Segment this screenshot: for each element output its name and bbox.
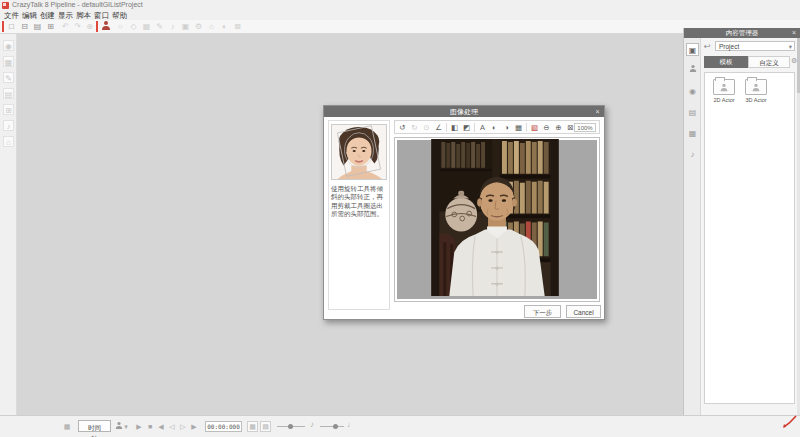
list-item-2d-actor[interactable]: 2D Actor <box>711 79 737 103</box>
dialog-close-icon[interactable]: × <box>593 106 602 117</box>
dialog-title: 图像处理 <box>324 106 604 117</box>
actor-icon[interactable] <box>100 21 111 32</box>
window-title: CrazyTalk 8 Pipeline - defaultGIListProj… <box>12 1 143 8</box>
camera-icon[interactable]: ◇ <box>128 21 139 32</box>
back-icon[interactable]: ↩ <box>704 42 711 51</box>
flip-vertical-icon[interactable]: ◩ <box>461 122 472 133</box>
grid-toggle-icon[interactable]: ▦ <box>62 421 72 432</box>
volume-slider-handle[interactable] <box>333 424 338 429</box>
note-icon: ♪ <box>310 420 314 429</box>
toolbar-separator <box>526 123 527 132</box>
image-layer-icon[interactable]: ▦ <box>141 21 152 32</box>
open-project-icon[interactable]: ⊟ <box>19 21 30 32</box>
project-dropdown-label: Project <box>719 43 739 50</box>
list-item-3d-actor[interactable]: 3D Actor <box>743 79 769 103</box>
portrait-photo <box>431 139 559 296</box>
app-logo-icon <box>2 2 9 9</box>
prev-frame-button[interactable]: ◁ <box>167 421 177 432</box>
crop-icon[interactable]: ▧ <box>529 122 540 133</box>
history-icon[interactable]: ⊕ <box>84 21 95 32</box>
play-button[interactable]: ▶ <box>134 421 144 432</box>
left-tool-column: ◉ ▦ ✎ ▤ ⊞ ♪ ⌂ <box>0 34 17 415</box>
zoom-in-icon[interactable]: ⊕ <box>553 122 564 133</box>
image-process-dialog: 图像处理 × <box>323 105 605 320</box>
item-label: 3D Actor <box>743 97 769 103</box>
man-portrait-illustration <box>431 139 559 296</box>
grid-tool-icon[interactable]: ⊞ <box>3 104 14 115</box>
cancel-button[interactable]: Cancel <box>566 305 601 318</box>
folder-category-icon[interactable]: ▣ <box>686 43 699 56</box>
next-step-button[interactable]: 下一步 <box>524 305 561 318</box>
save-project-icon[interactable]: ▤ <box>32 21 43 32</box>
toolbar-separator <box>446 123 447 132</box>
levels-icon[interactable]: ▦ <box>513 122 524 133</box>
contrast-icon[interactable]: ◑ <box>501 122 512 133</box>
zoom-out-icon[interactable]: ⊖ <box>541 122 552 133</box>
angle-icon[interactable]: ∠ <box>433 122 444 133</box>
dialog-instructions: 使用旋转工具将倾斜的头部转正，再用剪裁工具圈选出所需的头部范围。 <box>331 185 388 219</box>
item-label: 2D Actor <box>711 97 737 103</box>
face-select-chevron-icon[interactable]: ▾ <box>123 421 129 432</box>
animation-category-icon[interactable]: ▤ <box>686 106 699 119</box>
sketch-tool-icon[interactable]: ✎ <box>3 72 14 83</box>
rotate-right-icon[interactable]: ↻ <box>409 122 420 133</box>
toolbar-accent-bar-2 <box>96 21 98 32</box>
project-grid-icon[interactable]: ⊞ <box>45 21 56 32</box>
folder-icon <box>713 79 735 95</box>
media-category-icon[interactable]: ♪ <box>686 148 699 161</box>
flip-horizontal-icon[interactable]: ◧ <box>449 122 460 133</box>
library-tool-icon[interactable]: ▤ <box>3 88 14 99</box>
stop-button[interactable]: ■ <box>145 421 155 432</box>
tab-template[interactable]: 模板 <box>704 56 748 68</box>
keyframe-mode-icon[interactable]: ▤ <box>260 421 271 432</box>
content-manager-close-icon[interactable]: × <box>790 28 798 38</box>
frame-mode-icon[interactable]: ▦ <box>247 421 258 432</box>
content-manager-title: 内容管理器 <box>684 28 800 38</box>
toolbar-accent-bar <box>2 21 4 32</box>
zoom-tool-icon[interactable]: ○ <box>115 21 126 32</box>
export-icon[interactable]: ⊠ <box>232 21 243 32</box>
speed-slider-handle[interactable] <box>288 424 293 429</box>
audio-icon[interactable]: ♪ <box>167 21 178 32</box>
next-frame-button[interactable]: ▷ <box>178 421 188 432</box>
zoom-level-box[interactable]: 100% <box>574 123 596 132</box>
undo-icon[interactable]: ↶ <box>60 21 71 32</box>
head-category-icon[interactable]: ◉ <box>686 85 699 98</box>
time-display: 00:00:000 <box>205 421 242 432</box>
timeline-bar: ▦ 时间轴 ▾ ▶ ■ ◀ ◁ ▷ ▶ ↻ 00:00:000 ▦ ▤ ♪ ♩ <box>0 415 800 437</box>
video-icon[interactable]: ▣ <box>180 21 191 32</box>
background-tool-icon[interactable]: ▦ <box>3 56 14 67</box>
actor-category-icon[interactable] <box>686 64 699 77</box>
speed-slider[interactable] <box>277 426 305 427</box>
new-project-icon[interactable]: □ <box>6 21 17 32</box>
to-start-button[interactable]: ◀ <box>156 421 166 432</box>
redo-icon[interactable]: ↷ <box>72 21 83 32</box>
scene-icon[interactable]: ⌂ <box>206 21 217 32</box>
project-dropdown[interactable]: Project ▾ <box>715 41 795 51</box>
content-category-column: ▣ ◉ ▤ ▦ ♪ <box>684 38 701 415</box>
home-tool-icon[interactable]: ⌂ <box>3 136 14 147</box>
guide-pane: 使用旋转工具将倾斜的头部转正，再用剪裁工具圈选出所需的头部范围。 <box>328 120 390 310</box>
settings-icon[interactable]: ⚙ <box>193 21 204 32</box>
sample-face-image <box>331 124 387 180</box>
menu-bar: 文件 编辑 创建 显示 脚本 窗口 帮助 <box>0 10 800 20</box>
contrast-icon[interactable]: ◐ <box>219 21 230 32</box>
tab-custom[interactable]: 自定义 <box>748 56 790 68</box>
red-pen-mark <box>782 415 798 429</box>
free-rotate-icon[interactable]: ⊙ <box>421 122 432 133</box>
sample-woman-illustration <box>332 125 386 179</box>
toolbar-separator <box>474 123 475 132</box>
draw-icon[interactable]: ✎ <box>154 21 165 32</box>
to-end-button[interactable]: ▶ <box>189 421 199 432</box>
image-canvas[interactable] <box>394 137 600 302</box>
brightness-icon[interactable]: A <box>477 122 488 133</box>
application-window: CrazyTalk 8 Pipeline - defaultGIListProj… <box>0 0 800 437</box>
audio-tool-icon[interactable]: ♪ <box>3 120 14 131</box>
library-category-icon[interactable]: ▦ <box>686 127 699 140</box>
timeline-button[interactable]: 时间轴 <box>78 420 111 432</box>
color-icon[interactable]: ◐ <box>489 122 500 133</box>
face-tool-icon[interactable]: ◉ <box>3 40 14 51</box>
rotate-left-icon[interactable]: ↺ <box>397 122 408 133</box>
volume-slider[interactable] <box>320 426 344 427</box>
content-manager-panel: 内容管理器 × ▣ ◉ ▤ ▦ ♪ ↩ Project ▾ 模板 自定义 ⚙ 2… <box>683 28 800 415</box>
